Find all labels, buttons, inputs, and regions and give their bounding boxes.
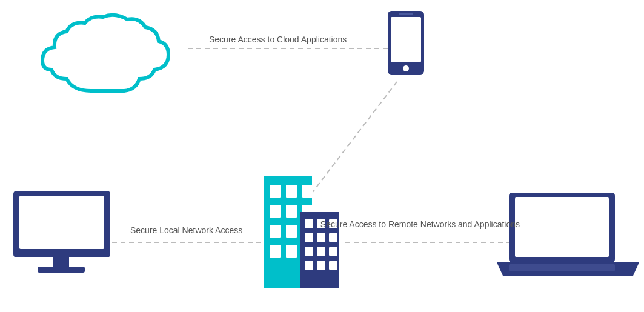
svg-rect-18 <box>270 245 281 258</box>
svg-rect-36 <box>53 257 69 268</box>
svg-rect-20 <box>302 245 313 258</box>
svg-rect-25 <box>305 233 313 242</box>
svg-rect-33 <box>329 261 337 270</box>
svg-rect-8 <box>264 176 312 288</box>
svg-rect-38 <box>509 193 615 262</box>
svg-rect-16 <box>286 225 297 238</box>
svg-rect-32 <box>317 261 325 270</box>
svg-rect-5 <box>391 17 421 62</box>
svg-rect-26 <box>317 233 325 242</box>
svg-rect-11 <box>302 185 313 198</box>
svg-rect-19 <box>286 245 297 258</box>
monitor-icon <box>13 191 110 273</box>
svg-rect-35 <box>19 196 104 249</box>
svg-rect-9 <box>270 185 281 198</box>
laptop-icon <box>497 193 639 276</box>
svg-rect-17 <box>302 225 313 238</box>
building-group <box>264 176 339 288</box>
svg-rect-40 <box>509 264 615 271</box>
svg-rect-39 <box>515 197 609 257</box>
svg-rect-7 <box>399 13 413 15</box>
cloud-icon <box>42 15 168 91</box>
svg-rect-34 <box>13 191 110 257</box>
phone-icon <box>388 11 424 75</box>
svg-rect-31 <box>305 261 313 270</box>
local-access-label: Secure Local Network Access <box>130 224 242 237</box>
svg-rect-4 <box>388 11 424 75</box>
svg-rect-10 <box>286 185 297 198</box>
diagram-container: Secure Access to Cloud Applications Secu… <box>0 0 644 312</box>
svg-rect-12 <box>270 205 281 218</box>
svg-rect-22 <box>305 219 313 228</box>
svg-rect-37 <box>38 267 85 273</box>
cloud-access-label: Secure Access to Cloud Applications <box>209 33 347 46</box>
svg-rect-29 <box>317 247 325 256</box>
remote-access-label: Secure Access to Remote Networks and App… <box>320 218 520 231</box>
svg-rect-30 <box>329 247 337 256</box>
svg-rect-28 <box>305 247 313 256</box>
svg-rect-15 <box>270 225 281 238</box>
svg-rect-14 <box>302 205 313 218</box>
svg-point-6 <box>403 65 409 71</box>
svg-rect-27 <box>329 233 337 242</box>
svg-rect-13 <box>286 205 297 218</box>
svg-line-1 <box>309 82 397 197</box>
